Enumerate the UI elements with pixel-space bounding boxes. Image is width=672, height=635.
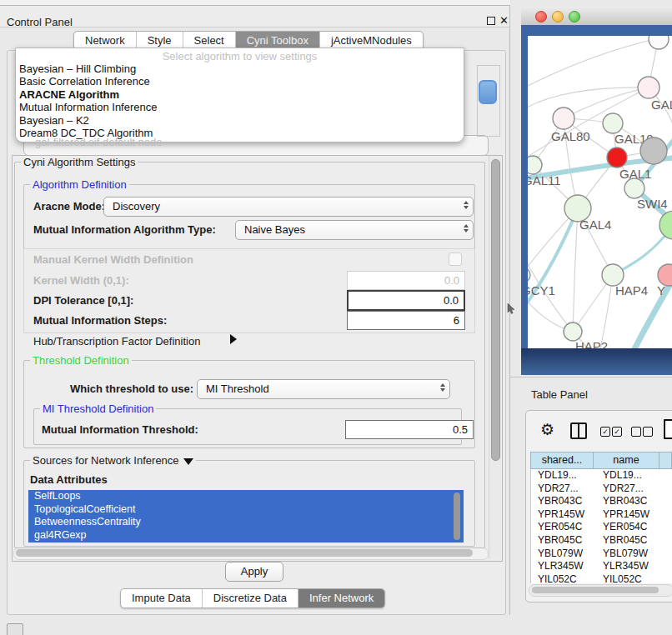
network-node[interactable] [640,138,667,164]
table-row[interactable]: YBR043C YBR043C [531,495,672,508]
settings-horizontal-scrollbar-thumb[interactable] [16,549,473,557]
table-row[interactable]: YDR27... YDR27... 12 [531,482,672,496]
attribute-list-scrollbar-thumb[interactable] [454,492,460,540]
algorithm-popup-item[interactable]: Mutual Information Inference [19,101,460,113]
kernel-width-label: Kernel Width (0,1): [33,274,129,287]
mi-steps-field[interactable]: 6 [347,311,465,330]
cell-name: YBR045C [599,534,667,548]
table-row[interactable]: YPR145W YPR145W 9. [531,508,672,522]
mouse-cursor [507,303,517,315]
table-row[interactable]: YBL079W YBL079W [531,548,672,561]
network-node[interactable] [528,268,530,282]
bottom-tab[interactable]: Impute Data [121,589,203,608]
network-node[interactable] [607,148,627,168]
algorithm-popup-item[interactable]: Bayesian – Hill Climbing [19,62,460,75]
column-header[interactable] [659,452,672,469]
deselect-all-checkbox-icon[interactable] [631,427,641,437]
node-label: Y [657,283,665,298]
algorithm-popup-list: Bayesian – Hill Climbing Basic Correlati… [19,62,460,139]
table-row[interactable]: YLR345W YLR345W 9. [531,560,672,573]
bottom-tab[interactable]: Infer Network [298,589,384,608]
network-frame-bottom [521,348,672,375]
network-node[interactable] [659,211,672,239]
data-attributes-label: Data Attributes [30,473,108,486]
select-all-checkbox-icon[interactable]: ✓ [612,427,622,437]
cell-shared-name: YBL079W [531,548,599,561]
settings-vertical-scrollbar-thumb[interactable] [491,159,500,461]
cell-shared-name: YBR045C [531,534,599,548]
table-row[interactable]: YBR045C YBR045C 9. [531,534,672,548]
which-threshold-combo[interactable]: MI Threshold [197,379,450,399]
mi-threshold-field[interactable]: 0.5 [345,420,474,439]
bottom-tab[interactable]: Discretize Data [203,589,298,608]
collapse-arrow-icon[interactable] [183,458,193,465]
node-label: GAL11 [528,173,561,188]
cell-value: 9. [667,534,672,548]
data-attribute-item[interactable]: SelfLoops [28,490,464,503]
network-node[interactable] [624,178,644,198]
network-nodes-layer: GALGAL80GAL10GAL1GAL11SWI4GAL4GCY1HAP4YH… [528,36,672,348]
network-view-window: GALGAL80GAL10GAL1GAL11SWI4GAL4GCY1HAP4YH… [521,7,672,375]
which-threshold-value: MI Threshold [206,382,269,395]
network-node[interactable] [553,108,574,129]
column-header[interactable]: shared... [530,452,593,469]
algorithm-popup-item[interactable]: Basic Correlation Inference [19,75,460,88]
float-window-icon[interactable] [487,17,495,25]
dpi-tolerance-field[interactable]: 0.0 [347,290,465,311]
algorithm-name: Basic Correlation Inference [19,75,150,88]
deselect-all-checkbox-icon[interactable] [643,427,653,437]
cyni-settings-group-title: Cyni Algorithm Settings [21,156,138,168]
close-icon[interactable]: ✕ [499,14,509,27]
sources-group-title: Sources for Network Inference [30,454,196,467]
network-window-titlebar[interactable] [521,7,672,26]
algorithm-popup-item[interactable]: Bayesian – K2 [19,114,460,127]
table-row[interactable]: YIL052C YIL052C 9 [531,573,672,583]
cell-value: 9. [667,508,672,522]
table-row[interactable]: YER054C YER054C 8. [531,521,672,534]
bottom-left-widget[interactable] [7,623,23,635]
data-attribute-item[interactable]: gal4RGexp [28,529,464,542]
zoom-traffic-light-icon[interactable] [569,11,580,22]
kernel-width-field[interactable]: 0.0 [347,271,465,290]
aracne-mode-combo[interactable]: Discovery [103,197,474,217]
mi-threshold-group-title: MI Threshold Definition [40,402,156,415]
table-panel-divider [510,377,672,378]
gear-icon[interactable]: ⚙ [540,420,554,439]
mi-type-combo[interactable]: Naive Bayes [235,220,474,240]
column-header[interactable]: name [593,452,659,469]
expand-arrow-icon[interactable] [230,334,237,344]
hub-definition-label: Hub/Transcription Factor Definition [33,335,200,348]
network-canvas[interactable]: GALGAL80GAL10GAL1GAL11SWI4GAL4GCY1HAP4YH… [528,36,672,348]
close-traffic-light-icon[interactable] [535,11,547,22]
minimize-traffic-light-icon[interactable] [552,11,564,22]
algorithm-popup-item[interactable]: ARACNE Algorithm [19,88,460,101]
mi-threshold-label: Mutual Information Threshold: [42,423,198,436]
table-row[interactable]: YDL19... YDL19... 13 [531,469,672,482]
table-horizontal-scrollbar[interactable] [529,584,672,597]
network-node[interactable] [638,77,659,98]
algorithm-name: Mutual Information Inference [19,101,157,113]
table-horizontal-scrollbar-thumb[interactable] [532,587,659,593]
node-label: GAL80 [551,129,590,143]
network-node[interactable] [649,36,669,49]
manual-kernel-checkbox[interactable] [449,252,462,266]
network-node[interactable] [603,113,623,133]
node-label: GAL4 [579,218,611,232]
algorithm-popup-placeholder: Select algorithm to view settings [16,50,464,62]
apply-button[interactable]: Apply [225,562,283,582]
control-panel-header: Control Panel ✕ [0,6,509,28]
new-table-icon[interactable] [664,419,672,439]
data-attribute-item[interactable]: BetweennessCentrality [28,516,464,529]
network-node[interactable] [528,156,542,174]
columns-icon[interactable] [570,422,587,439]
combo-arrows-icon [440,383,445,392]
data-attribute-item[interactable]: TopologicalCoefficient [28,503,464,517]
select-all-checkbox-icon[interactable]: ✓ [600,427,610,437]
combo-arrows-icon [464,224,469,232]
network-node[interactable] [564,322,582,341]
cell-name: YBL079W [599,548,667,561]
cell-shared-name: YDR27... [531,482,599,496]
combo-spinner-fragment[interactable] [479,80,497,104]
mi-type-label: Mutual Information Algorithm Type: [33,223,216,236]
node-label: HAP4 [615,283,648,298]
